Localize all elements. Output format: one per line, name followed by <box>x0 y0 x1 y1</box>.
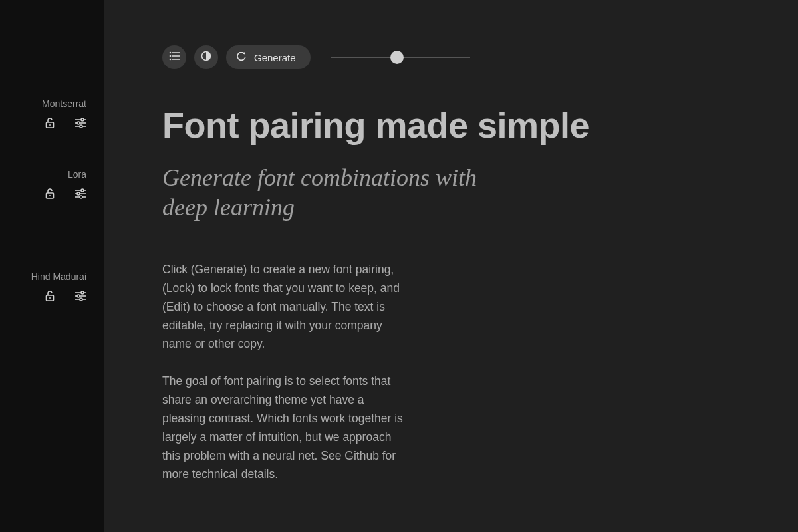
svg-point-7 <box>80 125 82 128</box>
sliders-icon[interactable] <box>74 290 86 302</box>
font-actions <box>44 117 86 129</box>
slider-thumb[interactable] <box>390 51 404 64</box>
sliders-icon[interactable] <box>74 117 86 129</box>
font-name-label: Montserrat <box>42 98 86 109</box>
sidebar: Montserrat Lora <box>0 0 104 532</box>
font-actions <box>44 290 86 302</box>
svg-point-26 <box>170 55 172 57</box>
lock-icon[interactable] <box>44 290 56 302</box>
contrast-icon <box>201 51 211 64</box>
font-name-label: Hind Madurai <box>31 271 86 282</box>
body-paragraph[interactable]: The goal of font pairing is to select fo… <box>162 372 408 483</box>
svg-point-5 <box>77 122 80 124</box>
svg-rect-25 <box>172 52 180 53</box>
svg-rect-27 <box>172 55 180 57</box>
subhead-text[interactable]: Generate font combinations with deep lea… <box>162 163 481 223</box>
lock-icon[interactable] <box>44 117 56 129</box>
generate-button[interactable]: Generate <box>226 45 311 69</box>
font-slot-subhead: Lora <box>0 169 104 200</box>
body-paragraph[interactable]: Click (Generate) to create a new font pa… <box>162 260 408 353</box>
svg-point-17 <box>49 297 51 299</box>
svg-rect-29 <box>172 59 180 60</box>
svg-point-11 <box>81 189 84 192</box>
list-icon <box>169 51 180 63</box>
toolbar: Generate <box>162 45 798 69</box>
list-view-button[interactable] <box>162 45 186 69</box>
svg-point-19 <box>81 291 84 294</box>
svg-point-23 <box>80 298 82 301</box>
headline-text[interactable]: Font pairing made simple <box>162 106 614 144</box>
main-area: Generate Font pairing made simple Genera… <box>104 0 798 532</box>
svg-point-9 <box>49 195 51 196</box>
refresh-icon <box>237 52 246 63</box>
sliders-icon[interactable] <box>74 188 86 200</box>
font-name-label: Lora <box>68 169 86 180</box>
lock-icon[interactable] <box>44 188 56 200</box>
font-actions <box>44 188 86 200</box>
body-text: Click (Generate) to create a new font pa… <box>162 260 614 483</box>
size-slider[interactable] <box>331 45 470 69</box>
content: Font pairing made simple Generate font c… <box>162 106 614 483</box>
generate-label: Generate <box>254 52 296 63</box>
svg-point-28 <box>170 59 172 61</box>
svg-point-13 <box>77 192 80 195</box>
theme-toggle-button[interactable] <box>194 45 218 69</box>
svg-point-21 <box>77 295 80 297</box>
font-slot-body: Hind Madurai <box>0 271 104 302</box>
svg-point-1 <box>49 124 51 126</box>
svg-point-3 <box>81 118 84 121</box>
svg-point-15 <box>80 196 82 198</box>
font-slot-headline: Montserrat <box>0 98 104 129</box>
svg-point-24 <box>170 52 172 54</box>
